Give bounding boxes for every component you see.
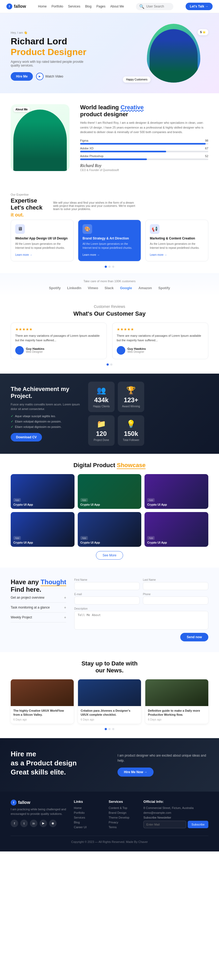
exp-icon-2: 📢 <box>150 224 159 234</box>
faq-1[interactable]: Task monitoring at a glance + <box>11 605 66 612</box>
logo[interactable]: f fallow <box>6 3 26 10</box>
client-vimeo: Vimeo <box>88 286 98 290</box>
about-section: About Me World leading Creative product … <box>0 93 219 182</box>
portfolio-title: Digital Product Showcase <box>11 462 208 469</box>
testi-role-0: Web Designer <box>26 350 44 353</box>
stat-label-2: Project Done <box>92 439 110 441</box>
newsletter-input[interactable] <box>143 821 186 828</box>
nav-blog[interactable]: Blog <box>85 5 92 8</box>
news-item-1[interactable]: Création para Jóvenes a Designer's UI/UX… <box>78 679 141 724</box>
see-more-button[interactable]: See More <box>96 551 123 560</box>
about-highlight: Creative <box>121 104 144 111</box>
social-facebook[interactable]: f <box>11 820 18 827</box>
stars-0: ★★★★★ <box>15 327 102 331</box>
stat-num-3: 150k <box>122 430 140 438</box>
exp-card-0: 🖥 Website/ App Design UI/ UI Design All … <box>11 220 74 261</box>
phone-label: Phone <box>143 593 208 596</box>
social-linkedin[interactable]: in <box>30 820 37 827</box>
footer-service-2[interactable]: Theme Develop <box>109 816 137 819</box>
hero-hire-button[interactable]: Hire Me <box>11 72 33 81</box>
first-name-field: First Name <box>74 578 140 590</box>
nav-pages[interactable]: Pages <box>97 5 105 8</box>
news-item-0[interactable]: The highly Creative UI/UX WorkFlow from … <box>11 679 74 724</box>
last-name-label: Last Name <box>143 578 208 581</box>
port-item-1[interactable]: App Crypto UI App <box>78 474 141 509</box>
hire-description: I am product designer who are excited ab… <box>117 753 208 763</box>
description-input[interactable] <box>74 611 208 630</box>
footer-email[interactable]: demo@example.com <box>143 811 208 814</box>
port-item-4[interactable]: App Crypto UI App <box>78 512 141 547</box>
phone-input[interactable] <box>143 597 208 605</box>
port-item-0[interactable]: App Crypto UI App <box>11 474 75 509</box>
followers-icon: 💡 <box>122 420 140 428</box>
footer-logo-icon: f <box>11 800 17 805</box>
footer-logo: f fallow <box>11 800 68 805</box>
hero-badge: 5 ⭐ <box>198 29 208 35</box>
faq-2[interactable]: Weekly Project + <box>11 615 66 622</box>
achievement-left: The Achievement my Project. Fusce any ma… <box>11 386 80 441</box>
footer-link-0[interactable]: Home <box>74 806 102 810</box>
hero-name: Richard Lord Product Designer <box>11 36 86 57</box>
hire-cta-button[interactable]: Hire Me Now → <box>117 768 154 776</box>
port-item-5[interactable]: App Crypto UI App <box>144 512 208 547</box>
exp-desc-2: As the Lorem Ipsum generators on the Int… <box>150 242 204 250</box>
testi-name-0: Guy Hawkins <box>26 347 44 350</box>
hire-button[interactable]: Let's Talk → <box>186 3 213 10</box>
footer-service-1[interactable]: Brand Design <box>109 811 137 814</box>
faq-0[interactable]: Get an project overview + <box>11 595 66 603</box>
faq-chevron-0: + <box>64 595 66 600</box>
exp-card-1: 🎨 Brand Strategy & Art Direction All the… <box>78 220 141 261</box>
nav-about[interactable]: About Me <box>110 5 124 8</box>
last-name-input[interactable] <box>143 582 208 590</box>
email-input[interactable] <box>74 597 140 605</box>
port-name-0: Crypto UI App <box>13 503 72 506</box>
news-item-2[interactable]: Definitive guide to make a Daily more Pr… <box>145 679 208 724</box>
nav-services[interactable]: Services <box>68 5 80 8</box>
search-icon: 🔍 <box>139 4 144 9</box>
footer-service-0[interactable]: Content & Top <box>109 806 137 810</box>
learn-more-2[interactable]: Learn more → <box>150 253 167 256</box>
clients-icon: 👥 <box>92 386 110 395</box>
about-description: Hello there! I am Richard Roy, I am a we… <box>80 121 208 135</box>
testimonial-0: ★★★★★ There are many variations of passa… <box>11 323 107 359</box>
exp-card-2: 📢 Marketing & Content Creation As the Lo… <box>145 220 208 261</box>
learn-more-1[interactable]: Learn more → <box>83 253 100 256</box>
footer-service-3[interactable]: Privacy <box>109 821 137 824</box>
send-button[interactable]: Send now <box>180 633 208 641</box>
footer: f fallow I am practicing while being cha… <box>0 792 219 851</box>
about-title: World leading Creative product designer <box>80 104 208 118</box>
social-instagram[interactable]: ◉ <box>49 820 57 827</box>
exp-desc-1: All the Lorem Ipsum generators on the In… <box>83 242 136 250</box>
download-cv-button[interactable]: Download CV <box>11 433 42 441</box>
news-cards: The highly Creative UI/UX WorkFlow from … <box>11 679 208 724</box>
subscribe-button[interactable]: Subscribe <box>188 821 208 828</box>
client-spotify: Spotify <box>49 286 60 290</box>
port-tag-2: App <box>147 498 155 502</box>
dot-1 <box>105 266 107 268</box>
clients-tag: Take care of more than 100K customers <box>11 280 208 283</box>
hero-visual: 5 ⭐ Happy Customers <box>123 24 208 88</box>
search-input[interactable] <box>146 5 170 8</box>
form-row-contact: E-mail Phone <box>74 593 208 605</box>
port-item-3[interactable]: App Crypto UI App <box>11 512 75 547</box>
footer-grid: f fallow I am practicing while being cha… <box>11 800 208 830</box>
footer-link-1[interactable]: Portfolio <box>74 811 102 814</box>
social-youtube[interactable]: ▶ <box>40 820 47 827</box>
nav-portfolio[interactable]: Portfolio <box>52 5 63 8</box>
learn-more-0[interactable]: Learn more → <box>15 253 32 256</box>
footer-service-4[interactable]: Terms <box>109 826 137 829</box>
contact-left: Have any Thought Find here. Get an proje… <box>11 578 66 625</box>
testi-text-0: There are many variations of passages of… <box>15 334 102 343</box>
footer-link-3[interactable]: Blog <box>74 821 102 824</box>
first-name-input[interactable] <box>74 582 140 590</box>
footer-link-4[interactable]: Career UI <box>74 826 102 829</box>
contact-form: First Name Last Name E-mail Phone <box>74 578 208 641</box>
nav-home[interactable]: Home <box>38 5 47 8</box>
signature: Richard Roy <box>80 163 208 168</box>
footer-services-col: Services Content & Top Brand Design Them… <box>109 800 137 830</box>
achievement-stats: 👥 434k Happy Clients 🏆 123+ Award Winnin… <box>88 382 144 446</box>
port-item-2[interactable]: App Crypto UI App <box>144 474 208 509</box>
social-twitter[interactable]: t <box>20 820 28 827</box>
footer-link-2[interactable]: Services <box>74 816 102 819</box>
watch-video-button[interactable]: ▶ Watch Video <box>36 73 63 80</box>
